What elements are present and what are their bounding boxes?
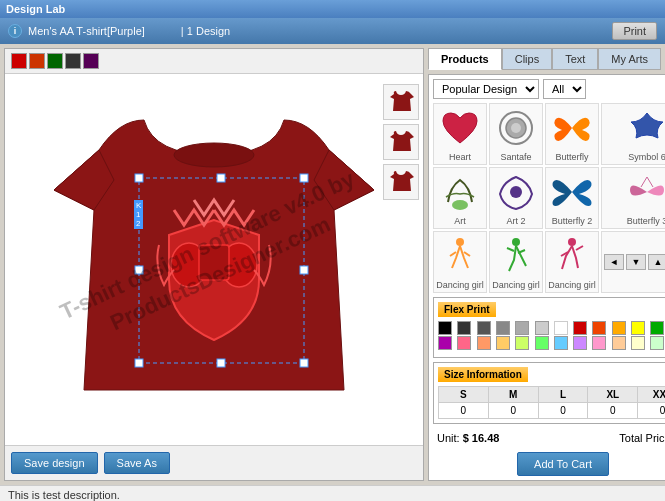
grid-item-dancing2[interactable]: Dancing girl: [489, 231, 543, 293]
scroll-down[interactable]: ▼: [626, 254, 646, 270]
size-val-xxl[interactable]: [638, 403, 665, 419]
item-label-symbol6: Symbol 6: [604, 152, 665, 162]
grid-item-dancing1[interactable]: Dancing girl: [433, 231, 487, 293]
category-select[interactable]: Popular Design: [433, 79, 539, 99]
save-as-button[interactable]: Save As: [104, 452, 170, 474]
grid-item-butterfly[interactable]: Butterfly: [545, 103, 599, 165]
grid-item-art2[interactable]: Art 2: [489, 167, 543, 229]
tab-products[interactable]: Products: [428, 48, 502, 70]
svg-rect-12: [217, 359, 225, 367]
item-label-santafe: Santafe: [492, 152, 540, 162]
items-grid: Heart Santafe Butterfly: [433, 103, 665, 293]
unit-label: Unit: $ 16.48: [437, 432, 499, 444]
color-swatch-3[interactable]: [47, 53, 63, 69]
flex-color-ltsilver[interactable]: [535, 321, 549, 335]
thumb-front[interactable]: [383, 84, 419, 120]
flex-color-peach[interactable]: [612, 336, 626, 350]
flex-color-black[interactable]: [438, 321, 452, 335]
tab-myarts[interactable]: My Arts: [598, 48, 661, 70]
size-val-s[interactable]: [439, 403, 489, 419]
save-design-button[interactable]: Save design: [11, 452, 98, 474]
item-img-dancing1: [436, 234, 484, 278]
flex-color-ltorg[interactable]: [477, 336, 491, 350]
flex-color-ltgray[interactable]: [496, 321, 510, 335]
color-swatch-1[interactable]: [11, 53, 27, 69]
svg-point-0: [174, 143, 254, 167]
flex-color-ltgrn[interactable]: [535, 336, 549, 350]
item-label-butterfly3: Butterfly 3: [604, 216, 665, 226]
color-palette: [5, 49, 423, 74]
grid-item-heart[interactable]: Heart: [433, 103, 487, 165]
size-input-xxl[interactable]: [651, 405, 665, 416]
size-input-l[interactable]: [551, 405, 575, 416]
flex-color-ltamb[interactable]: [496, 336, 510, 350]
print-button[interactable]: Print: [612, 22, 657, 40]
flex-color-dkgray[interactable]: [457, 321, 471, 335]
flex-color-yellow[interactable]: [631, 321, 645, 335]
grid-item-butterfly3[interactable]: Butterfly 3: [601, 167, 665, 229]
flex-color-amber[interactable]: [612, 321, 626, 335]
color-swatch-2[interactable]: [29, 53, 45, 69]
filter-row: Popular Design All: [433, 79, 665, 99]
product-name: Men's AA T-shirt[Purple]: [28, 25, 145, 37]
tab-clips[interactable]: Clips: [502, 48, 552, 70]
flex-color-purple[interactable]: [438, 336, 452, 350]
flex-color-white[interactable]: [554, 321, 568, 335]
size-col-l: L: [538, 387, 588, 403]
design-count: | 1 Design: [151, 25, 230, 37]
size-col-xxl: XXL: [638, 387, 665, 403]
add-to-cart-button[interactable]: Add To Cart: [517, 452, 609, 476]
flex-color-silver[interactable]: [515, 321, 529, 335]
svg-rect-7: [135, 359, 143, 367]
flex-color-pink[interactable]: [457, 336, 471, 350]
scroll-left[interactable]: ◄: [604, 254, 624, 270]
flex-color-red[interactable]: [573, 321, 587, 335]
flex-print-header: Flex Print: [438, 302, 496, 317]
subcategory-select[interactable]: All: [543, 79, 586, 99]
scroll-up[interactable]: ▲: [648, 254, 665, 270]
color-swatch-5[interactable]: [83, 53, 99, 69]
grid-item-santafe[interactable]: Santafe: [489, 103, 543, 165]
tshirt-svg: [24, 90, 404, 430]
size-val-xl[interactable]: [588, 403, 638, 419]
size-input-xl[interactable]: [601, 405, 625, 416]
flex-color-mint[interactable]: [650, 336, 664, 350]
flex-color-lavender[interactable]: [573, 336, 587, 350]
flex-color-ltyel[interactable]: [515, 336, 529, 350]
flex-color-cream[interactable]: [631, 336, 645, 350]
item-label-dancing3: Dancing girl: [548, 280, 596, 290]
item-img-butterfly2: [548, 170, 596, 214]
size-col-xl: XL: [588, 387, 638, 403]
flex-color-grid: [438, 321, 665, 350]
right-panel: Products Clips Text My Arts Popular Desi…: [428, 48, 665, 481]
item-img-art2: [492, 170, 540, 214]
tab-text[interactable]: Text: [552, 48, 598, 70]
flex-color-skyblue[interactable]: [554, 336, 568, 350]
grid-item-butterfly2[interactable]: Butterfly 2: [545, 167, 599, 229]
size-val-l[interactable]: [538, 403, 588, 419]
thumb-side[interactable]: [383, 164, 419, 200]
title-bar: Design Lab: [0, 0, 665, 18]
color-swatch-4[interactable]: [65, 53, 81, 69]
item-img-art: [436, 170, 484, 214]
size-val-m[interactable]: [488, 403, 538, 419]
grid-item-art[interactable]: Art: [433, 167, 487, 229]
item-img-butterfly3: [623, 170, 665, 214]
item-label-dancing1: Dancing girl: [436, 280, 484, 290]
flex-color-gray[interactable]: [477, 321, 491, 335]
item-label-heart: Heart: [436, 152, 484, 162]
canvas-panel: K12 T-shirt design software v4.0 by Prod…: [4, 48, 424, 481]
size-input-s[interactable]: [451, 405, 475, 416]
grid-item-dancing3[interactable]: Dancing girl: [545, 231, 599, 293]
top-bar: i Men's AA T-shirt[Purple] | 1 Design Pr…: [0, 18, 665, 44]
grid-item-symbol6[interactable]: Symbol 6: [601, 103, 665, 165]
size-input-m[interactable]: [501, 405, 525, 416]
flex-color-orange[interactable]: [592, 321, 606, 335]
flex-color-ltpink[interactable]: [592, 336, 606, 350]
status-text: This is test description.: [8, 489, 120, 501]
tabs-container: Products Clips Text My Arts: [428, 48, 665, 70]
item-img-heart: [436, 106, 484, 150]
flex-color-green[interactable]: [650, 321, 664, 335]
thumb-back[interactable]: [383, 124, 419, 160]
svg-rect-10: [300, 266, 308, 274]
